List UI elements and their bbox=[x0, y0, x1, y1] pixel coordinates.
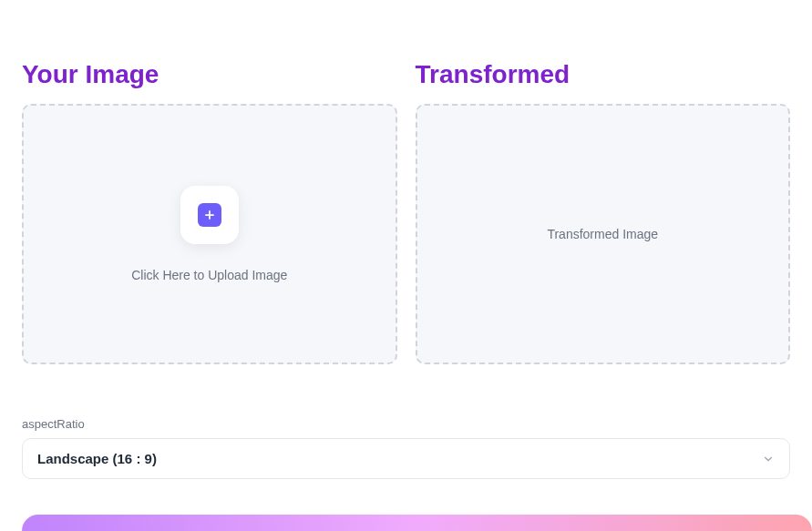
source-panel: Your Image Click Here to Upload Image bbox=[22, 60, 397, 364]
output-placeholder-text: Transformed Image bbox=[547, 227, 658, 241]
output-placeholder: Transformed Image bbox=[416, 104, 791, 364]
plus-icon bbox=[198, 203, 221, 227]
aspect-ratio-section: aspectRatio Landscape (16 : 9) bbox=[22, 417, 790, 479]
aspect-ratio-label: aspectRatio bbox=[22, 417, 790, 431]
aspect-ratio-select[interactable]: Landscape (16 : 9) bbox=[22, 438, 790, 479]
source-title: Your Image bbox=[22, 60, 397, 89]
upload-prompt-text: Click Here to Upload Image bbox=[131, 268, 287, 282]
upload-badge bbox=[180, 186, 239, 244]
aspect-ratio-value: Landscape (16 : 9) bbox=[37, 451, 157, 466]
output-title: Transformed bbox=[416, 60, 791, 89]
submit-button[interactable] bbox=[22, 515, 812, 531]
upload-dropzone[interactable]: Click Here to Upload Image bbox=[22, 104, 397, 364]
output-panel: Transformed Transformed Image bbox=[416, 60, 791, 364]
chevron-down-icon bbox=[762, 453, 775, 465]
